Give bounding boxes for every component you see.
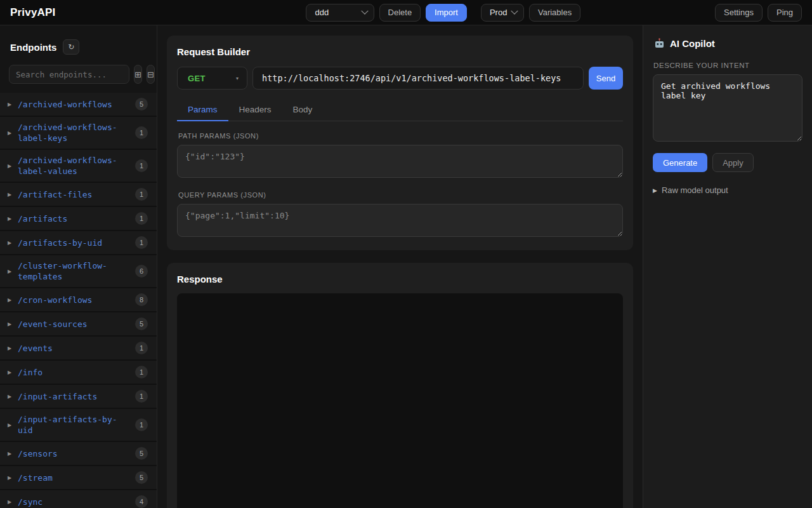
request-row: GET ▾ Send (177, 67, 623, 90)
endpoint-group-row[interactable]: ▶ /sensors 5 (0, 442, 157, 466)
raw-model-output-label: Raw model output (662, 185, 728, 195)
top-bar: PrivyAPI ddd Delete Import Prod Variable… (0, 0, 812, 25)
copilot-buttons: Generate Apply (653, 153, 802, 172)
endpoint-count-badge: 6 (135, 265, 148, 277)
collection-select-value: ddd (315, 8, 329, 17)
sidebar-search-row: ⊞ ⊟ (9, 65, 148, 84)
intent-label: DESCRIBE YOUR INTENT (653, 62, 802, 69)
tab-params[interactable]: Params (177, 100, 228, 121)
response-output-area (177, 293, 623, 508)
url-input[interactable] (252, 67, 584, 90)
response-title: Response (177, 274, 623, 284)
apply-button[interactable]: Apply (712, 153, 754, 172)
intent-input[interactable]: Get archived workflows label key (653, 74, 802, 142)
collapse-all-icon: ⊟ (147, 70, 154, 79)
search-endpoints-input[interactable] (9, 65, 129, 84)
endpoint-group-row[interactable]: ▶ /artifact-files 1 (0, 183, 157, 207)
chevron-down-icon (361, 7, 368, 14)
endpoint-count-badge: 1 (135, 342, 148, 354)
raw-model-output-toggle[interactable]: ▶ Raw model output (653, 185, 802, 195)
endpoint-group-row[interactable]: ▶ /event-sources 5 (0, 312, 157, 337)
endpoint-group-row[interactable]: ▶ /artifacts-by-uid 1 (0, 231, 157, 255)
endpoint-group-row[interactable]: ▶ /input-artifacts-by-uid 1 (0, 409, 157, 442)
expand-all-button[interactable]: ⊞ (134, 65, 142, 84)
endpoint-path: /input-artifacts (18, 391, 102, 402)
endpoint-count-badge: 4 (135, 495, 148, 508)
sidebar-title: Endpoints (10, 42, 56, 53)
endpoint-group-row[interactable]: ▶ /info 1 (0, 361, 157, 385)
endpoint-path: /cluster-workflow-templates (18, 260, 135, 282)
chevron-right-icon: ▶ (8, 216, 18, 222)
endpoint-path: /input-artifacts-by-uid (18, 414, 135, 436)
endpoint-path: /events (18, 343, 58, 354)
endpoint-count-badge: 1 (135, 236, 148, 249)
chevron-right-icon: ▶ (8, 192, 18, 197)
endpoint-group-row[interactable]: ▶ /input-artifacts 1 (0, 385, 157, 409)
endpoint-count-badge: 1 (135, 212, 148, 225)
endpoint-group-row[interactable]: ▶ /cluster-workflow-templates 6 (0, 255, 157, 288)
ping-button[interactable]: Ping (768, 4, 802, 22)
endpoint-group-row[interactable]: ▶ /archived-workflows 5 (0, 93, 157, 117)
endpoint-path: /archived-workflows-label-values (18, 155, 135, 177)
request-builder-title: Request Builder (177, 46, 623, 57)
robot-icon (654, 38, 665, 49)
environment-select[interactable]: Prod (481, 4, 524, 22)
refresh-endpoints-button[interactable]: ↻ (63, 39, 79, 55)
chevron-right-icon: ▶ (8, 475, 18, 481)
chevron-right-icon: ▶ (8, 163, 18, 169)
tab-headers[interactable]: Headers (228, 100, 282, 121)
endpoint-count-badge: 1 (135, 390, 148, 403)
chevron-right-icon: ▶ (653, 187, 657, 194)
endpoint-group-row[interactable]: ▶ /archived-workflows-label-values 1 (0, 150, 157, 183)
method-select[interactable]: GET ▾ (177, 67, 247, 90)
chevron-right-icon: ▶ (8, 345, 18, 351)
path-params-input[interactable] (177, 145, 623, 178)
triangle-down-icon: ▾ (236, 76, 239, 81)
endpoint-group-row[interactable]: ▶ /artifacts 1 (0, 207, 157, 231)
ai-copilot-panel: AI Copilot DESCRIBE YOUR INTENT Get arch… (643, 25, 812, 508)
endpoint-group-row[interactable]: ▶ /events 1 (0, 337, 157, 361)
copilot-header: AI Copilot (654, 38, 802, 49)
endpoint-count-badge: 1 (135, 418, 148, 431)
endpoint-group-row[interactable]: ▶ /sync 4 (0, 490, 157, 508)
delete-collection-button[interactable]: Delete (379, 4, 421, 22)
chevron-right-icon: ▶ (8, 297, 18, 303)
chevron-right-icon: ▶ (8, 422, 18, 428)
import-button[interactable]: Import (426, 4, 467, 22)
settings-button[interactable]: Settings (715, 4, 763, 22)
send-button[interactable]: Send (589, 67, 623, 90)
chevron-right-icon: ▶ (8, 499, 18, 505)
endpoint-count-badge: 5 (135, 447, 148, 460)
environment-select-value: Prod (490, 8, 507, 17)
collection-select[interactable]: ddd (306, 4, 374, 22)
chevron-right-icon: ▶ (8, 269, 18, 274)
endpoint-path: /stream (18, 472, 58, 483)
endpoint-count-badge: 5 (135, 98, 148, 110)
tab-body[interactable]: Body (282, 100, 324, 121)
endpoint-count-badge: 5 (135, 318, 148, 330)
query-params-input[interactable] (177, 204, 623, 237)
endpoint-path: /event-sources (18, 319, 93, 330)
main-layout: Endpoints ↻ ⊞ ⊟ ▶ /archived-workflows 5 (0, 25, 812, 508)
endpoint-path: /artifact-files (18, 189, 97, 200)
endpoint-count-badge: 1 (135, 159, 148, 172)
endpoint-path: /sync (18, 497, 48, 507)
generate-button[interactable]: Generate (653, 153, 707, 172)
path-params-label: PATH PARAMS (JSON) (178, 132, 622, 140)
endpoint-path: /info (18, 367, 48, 378)
endpoint-group-row[interactable]: ▶ /stream 5 (0, 466, 157, 490)
endpoint-group-row[interactable]: ▶ /cron-workflows 8 (0, 288, 157, 312)
variables-button[interactable]: Variables (529, 4, 580, 22)
app-brand: PrivyAPI (10, 6, 56, 19)
response-card: Response (167, 263, 633, 508)
chevron-right-icon: ▶ (8, 240, 18, 246)
endpoint-path: /archived-workflows-label-keys (18, 122, 135, 144)
collapse-all-button[interactable]: ⊟ (147, 65, 155, 84)
endpoint-count-badge: 5 (135, 471, 148, 484)
endpoint-path: /artifacts-by-uid (18, 237, 107, 248)
endpoint-count-badge: 1 (135, 366, 148, 378)
endpoint-group-row[interactable]: ▶ /archived-workflows-label-keys 1 (0, 117, 157, 150)
endpoint-path: /cron-workflows (18, 295, 97, 305)
chevron-right-icon: ▶ (8, 451, 18, 457)
sidebar-header: Endpoints ↻ (10, 39, 148, 55)
